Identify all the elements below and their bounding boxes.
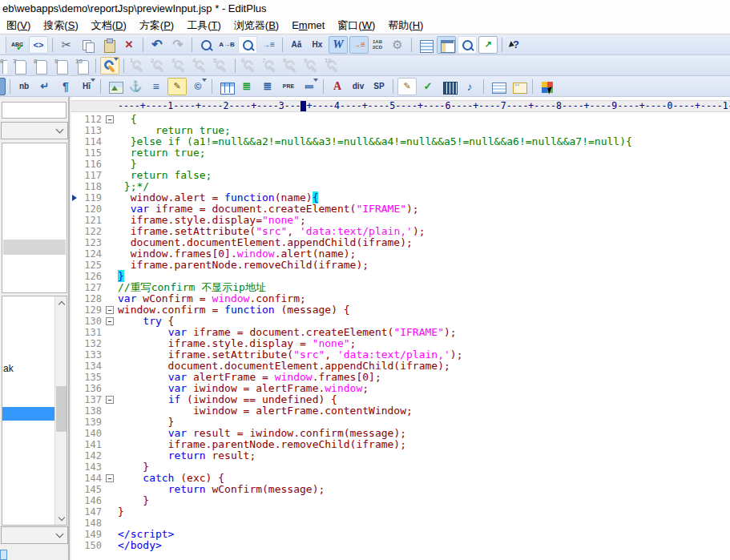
indent-text-icon[interactable]: ≣ xyxy=(258,78,277,95)
audio-icon[interactable]: ♪ xyxy=(460,78,479,95)
code-line[interactable]: 134 document.documentElement.appendChild… xyxy=(71,361,730,372)
code-text[interactable]: iframe.parentNode.removeChild(iframe); xyxy=(118,439,730,450)
nbsp-icon[interactable]: nb xyxy=(14,78,34,95)
code-line[interactable]: 127//重写confirm 不显示ip地址 xyxy=(71,282,730,293)
code-line[interactable]: 116 } xyxy=(71,159,730,170)
file-list-scrollbar[interactable] xyxy=(54,296,67,525)
fold-marker-icon[interactable] xyxy=(102,473,118,484)
recent-file-10-icon[interactable]: 10 xyxy=(72,57,91,75)
textarea-icon[interactable]: ✎ xyxy=(167,78,187,95)
editor-pane[interactable]: ----+----1----+----2----+----3----+----4… xyxy=(71,97,730,560)
inactive-selected-row[interactable] xyxy=(3,240,66,255)
code-line[interactable]: 143 } xyxy=(71,461,730,473)
code-text[interactable]: window.confirm = function (message) { xyxy=(118,304,730,316)
fold-marker-icon[interactable] xyxy=(102,394,118,405)
code-line[interactable]: 138 iwindow = alertFrame.contentWindow; xyxy=(71,405,730,417)
word-wrap-icon[interactable]: W xyxy=(329,36,348,54)
recent-file-9-icon[interactable]: 9 xyxy=(51,57,71,75)
form-fields-icon[interactable] xyxy=(488,78,507,95)
code-line[interactable]: 142 return result; xyxy=(71,450,730,461)
code-text[interactable]: iwindow = alertFrame.contentWindow; xyxy=(118,405,730,417)
span-icon[interactable]: SP xyxy=(369,78,389,95)
code-area[interactable]: 112 {113 return true;114 }else if (a1!=n… xyxy=(71,114,730,560)
scrollbar-thumb[interactable] xyxy=(56,386,67,432)
code-text[interactable]: iframe.style.display = "none"; xyxy=(118,338,730,349)
code-line[interactable]: 115 return true; xyxy=(71,147,730,159)
code-line[interactable]: 140 var result = iwindow.confirm(message… xyxy=(71,428,730,439)
code-line[interactable]: 137 if (iwindow == undefined) { xyxy=(71,394,730,405)
recent-file-7-icon[interactable]: 7 xyxy=(10,57,29,75)
code-text[interactable]: var alertFrame = window.frames[0]; xyxy=(118,372,730,383)
html-tag-icon[interactable]: <> xyxy=(29,36,48,54)
scroll-up-icon[interactable] xyxy=(55,296,67,309)
code-text[interactable]: document.documentElement.appendChild(ifr… xyxy=(118,237,730,248)
hex-view-icon[interactable]: Hx xyxy=(308,36,327,54)
code-text[interactable]: return true; xyxy=(118,147,730,159)
code-text[interactable]: var iwindow = alertFrame.window; xyxy=(118,383,730,394)
code-text[interactable]: document.documentElement.appendChild(ifr… xyxy=(118,361,730,372)
code-line[interactable]: 113 return true; xyxy=(71,125,730,136)
menu-item[interactable]: 工具(T) xyxy=(180,16,228,35)
code-line[interactable]: 123 document.documentElement.appendChild… xyxy=(71,237,730,248)
code-line[interactable]: 122 iframe.setAttribute("src", 'data:tex… xyxy=(71,226,730,237)
recent-file-6-icon[interactable]: 6 xyxy=(0,57,8,75)
div-icon[interactable]: div xyxy=(349,78,368,95)
fold-marker-icon[interactable] xyxy=(102,316,118,327)
code-line[interactable]: 120 var iframe = document.createElement(… xyxy=(71,203,730,215)
code-text[interactable]: if (iwindow == undefined) { xyxy=(118,394,730,405)
code-text[interactable]: </script> xyxy=(118,529,730,540)
code-line[interactable]: 145 return wConfirm(message); xyxy=(71,484,730,495)
checkbox-icon[interactable]: ✓ xyxy=(418,78,438,95)
code-line[interactable]: 135 var alertFrame = window.frames[0]; xyxy=(71,372,730,383)
movie-icon[interactable] xyxy=(439,78,458,95)
special-char-icon[interactable]: © xyxy=(188,78,208,95)
div-align-icon[interactable]: ≣ xyxy=(237,78,256,95)
image-icon[interactable] xyxy=(105,78,124,95)
undo-icon[interactable]: ↶ xyxy=(147,36,167,54)
code-text[interactable]: } xyxy=(118,495,730,506)
cliptext-window-icon[interactable] xyxy=(416,36,435,54)
code-line[interactable]: 136 var iwindow = alertFrame.window; xyxy=(71,383,730,394)
recent-file-8-icon[interactable]: 8 xyxy=(30,57,50,75)
dropdown-caret-icon[interactable] xyxy=(202,79,207,82)
table-icon[interactable] xyxy=(216,78,236,95)
context-help-icon[interactable]: ? xyxy=(506,36,526,54)
code-text[interactable]: </body> xyxy=(118,540,730,551)
code-line[interactable]: 128var wConfirm = window.confirm; xyxy=(71,293,730,304)
code-text[interactable]: } xyxy=(118,506,730,518)
file-list-item[interactable]: ak xyxy=(3,363,14,374)
code-line[interactable]: 114 }else if (a1!=null&&a2!=null&&a3!=nu… xyxy=(71,136,730,147)
font-icon[interactable]: A xyxy=(328,78,347,95)
line-number-icon[interactable]: 1AB 2CD xyxy=(370,36,386,54)
fold-marker-icon[interactable] xyxy=(102,114,118,125)
selected-file-row[interactable] xyxy=(2,407,54,421)
directory-window-icon[interactable] xyxy=(437,36,456,54)
scroll-down-icon[interactable] xyxy=(55,512,67,525)
paste-icon[interactable] xyxy=(99,36,118,54)
code-line[interactable]: 121 iframe.style.display="none"; xyxy=(71,215,730,226)
code-text[interactable]: iframe.setAttribute("src", 'data:text/pl… xyxy=(118,226,730,237)
menu-item[interactable]: 浏览器(B) xyxy=(228,16,285,35)
code-text[interactable]: iframe.setAttribute("src", 'data:text/pl… xyxy=(118,349,730,361)
code-line[interactable]: 130 try { xyxy=(71,316,730,327)
goto-line-icon[interactable]: →≡ xyxy=(259,36,278,54)
code-text[interactable]: } xyxy=(118,461,730,473)
code-text[interactable]: //重写confirm 不显示ip地址 xyxy=(118,282,730,293)
dropdown-caret-icon[interactable] xyxy=(313,79,318,82)
code-text[interactable]: window.alert = function(name){ xyxy=(118,192,730,203)
clipped-toolbar-icon[interactable] xyxy=(0,36,6,54)
directory-tree-list[interactable] xyxy=(2,143,67,293)
code-line[interactable]: 133 iframe.setAttribute("src", 'data:tex… xyxy=(71,349,730,361)
dropdown-caret-icon[interactable] xyxy=(114,58,119,61)
code-text[interactable]: { xyxy=(118,114,730,125)
option-fields-icon[interactable] xyxy=(509,78,528,95)
form-icon[interactable]: ✎ xyxy=(397,78,417,95)
code-line[interactable]: 149</script> xyxy=(71,529,730,540)
code-line[interactable]: 132 iframe.style.display = "none"; xyxy=(71,338,730,349)
horizontal-rule-icon[interactable]: ≡ xyxy=(147,78,166,95)
pre-icon[interactable]: PRE xyxy=(279,78,298,95)
code-line[interactable]: 129window.confirm = function (message) { xyxy=(71,304,730,316)
code-text[interactable] xyxy=(118,518,730,529)
code-text[interactable]: return true; xyxy=(118,125,730,136)
code-text[interactable]: } xyxy=(118,159,730,170)
